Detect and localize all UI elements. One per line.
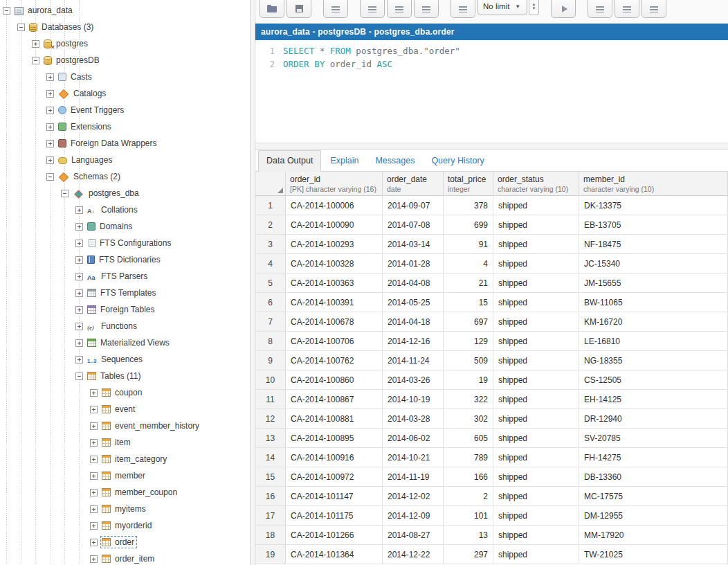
collapse-icon[interactable]: − [3,7,10,15]
column-header-order_id[interactable]: order_id[PK] character varying (16) [286,172,383,196]
vertical-splitter[interactable] [250,0,255,565]
cell-order_id[interactable]: CA-2014-101364 [286,545,383,564]
expand-icon[interactable]: + [46,123,54,131]
download-button[interactable] [615,0,639,18]
cell-order_id[interactable]: CA-2014-100867 [286,390,383,409]
cell-total_price[interactable]: 605 [444,429,493,448]
cell-order_status[interactable]: shipped [493,467,579,487]
cell-order_id[interactable]: CA-2014-100881 [286,409,383,429]
cell-total_price[interactable]: 4 [444,254,493,273]
expand-icon[interactable]: + [75,306,83,314]
cell-member_id[interactable]: TW-21025 [579,545,728,564]
cell-total_price[interactable]: 297 [444,545,493,564]
cell-order_id[interactable]: CA-2014-100328 [286,254,383,273]
expand-icon[interactable]: + [75,273,83,280]
cell-order_id[interactable]: CA-2014-100678 [286,312,383,332]
cell-order_status[interactable]: shipped [493,370,579,390]
expand-icon[interactable]: + [90,406,98,413]
collapse-icon[interactable]: − [46,173,54,181]
cell-order_date[interactable]: 2014-06-02 [383,429,444,448]
cell-order_date[interactable]: 2014-10-19 [383,390,444,409]
horizontal-splitter[interactable] [255,143,728,150]
row-number[interactable]: 9 [255,351,286,370]
cell-order_date[interactable]: 2014-12-16 [383,332,444,351]
cell-member_id[interactable]: NF-18475 [579,235,728,254]
cell-order_id[interactable]: CA-2014-100391 [286,293,383,312]
clear-button[interactable] [641,0,666,18]
expand-icon[interactable]: + [75,223,83,231]
expand-icon[interactable]: + [46,140,54,147]
cell-total_price[interactable]: 789 [444,448,493,467]
tree-item-foreign-tables[interactable]: +Foreign Tables [0,301,250,318]
expand-icon[interactable]: + [90,555,98,563]
row-number[interactable]: 12 [255,409,286,429]
column-header-order_status[interactable]: order_statuscharacter varying (10) [493,172,579,196]
cell-order_date[interactable]: 2014-08-27 [383,526,444,545]
row-number[interactable]: 10 [255,370,286,390]
cell-order_status[interactable]: shipped [493,506,579,526]
row-number[interactable]: 1 [255,196,286,215]
tree-item-catalogs[interactable]: +Catalogs [0,85,250,102]
cell-order_date[interactable]: 2014-09-07 [383,196,444,215]
cell-order_status[interactable]: shipped [493,312,579,332]
cell-order_status[interactable]: shipped [493,448,579,467]
row-number[interactable]: 5 [255,273,286,293]
cell-total_price[interactable]: 322 [444,390,493,409]
cell-order_id[interactable]: CA-2014-100762 [286,351,383,370]
tree-item-postgresdb[interactable]: −postgresDB [0,52,250,69]
tree-item-extensions[interactable]: +Extensions [0,118,250,135]
select-all-corner[interactable] [255,172,286,196]
cell-member_id[interactable]: MC-17575 [579,487,728,506]
expand-icon[interactable]: + [90,422,98,430]
cell-total_price[interactable]: 699 [444,215,493,235]
expand-icon[interactable]: + [75,356,83,364]
cell-order_date[interactable]: 2014-05-25 [383,293,444,312]
tree-item-event-member-history[interactable]: +event_member_history [0,418,250,434]
cell-order_status[interactable]: shipped [493,235,579,254]
cell-order_status[interactable]: shipped [493,351,579,370]
expand-icon[interactable]: + [90,439,98,447]
cell-member_id[interactable]: KM-16720 [579,312,728,332]
expand-icon[interactable]: + [90,456,98,463]
row-number[interactable]: 7 [255,312,286,332]
cell-order_id[interactable]: CA-2014-100706 [286,332,383,351]
cell-member_id[interactable]: DB-13360 [579,467,728,487]
cell-total_price[interactable]: 2 [444,487,493,506]
expand-icon[interactable]: + [46,107,54,114]
cell-order_id[interactable]: CA-2014-101147 [286,487,383,506]
tree-item-member-coupon[interactable]: +member_coupon [0,484,250,501]
cell-order_date[interactable]: 2014-04-08 [383,273,444,293]
row-limit-stepper[interactable]: ▲ ▼ [529,0,539,15]
expand-icon[interactable]: + [90,522,98,530]
column-header-member_id[interactable]: member_idcharacter varying (10) [579,172,728,196]
cell-order_date[interactable]: 2014-12-09 [383,506,444,526]
cell-total_price[interactable]: 129 [444,332,493,351]
tab-query-history[interactable]: Query History [424,151,491,171]
stop-button[interactable] [588,0,612,18]
tree-item-event[interactable]: +event [0,401,250,418]
row-number[interactable]: 4 [255,254,286,273]
collapse-icon[interactable]: − [75,373,83,380]
cell-member_id[interactable]: DK-13375 [579,196,728,215]
tree-item-fts-templates[interactable]: +FTS Templates [0,285,250,301]
cell-order_id[interactable]: CA-2014-100972 [286,467,383,487]
cell-total_price[interactable]: 15 [444,293,493,312]
cell-total_price[interactable]: 13 [444,526,493,545]
cell-member_id[interactable]: JM-15655 [579,273,728,293]
column-header-order_date[interactable]: order_datedate [383,172,444,196]
tree-item-item-category[interactable]: +item_category [0,451,250,467]
cell-order_id[interactable]: CA-2014-101266 [286,526,383,545]
cell-member_id[interactable]: LE-16810 [579,332,728,351]
cell-member_id[interactable]: DR-12940 [579,409,728,429]
cell-order_date[interactable]: 2014-01-28 [383,254,444,273]
tree-item-coupon[interactable]: +coupon [0,384,250,401]
cell-order_status[interactable]: shipped [493,273,579,293]
find-button[interactable] [323,0,348,18]
expand-icon[interactable]: + [75,206,83,214]
cell-order_id[interactable]: CA-2014-100293 [286,235,383,254]
expand-icon[interactable]: + [32,40,39,48]
cell-order_status[interactable]: shipped [493,332,579,351]
row-number[interactable]: 15 [255,467,286,487]
save-button[interactable] [286,0,311,18]
tree-item-item[interactable]: +item [0,434,250,451]
